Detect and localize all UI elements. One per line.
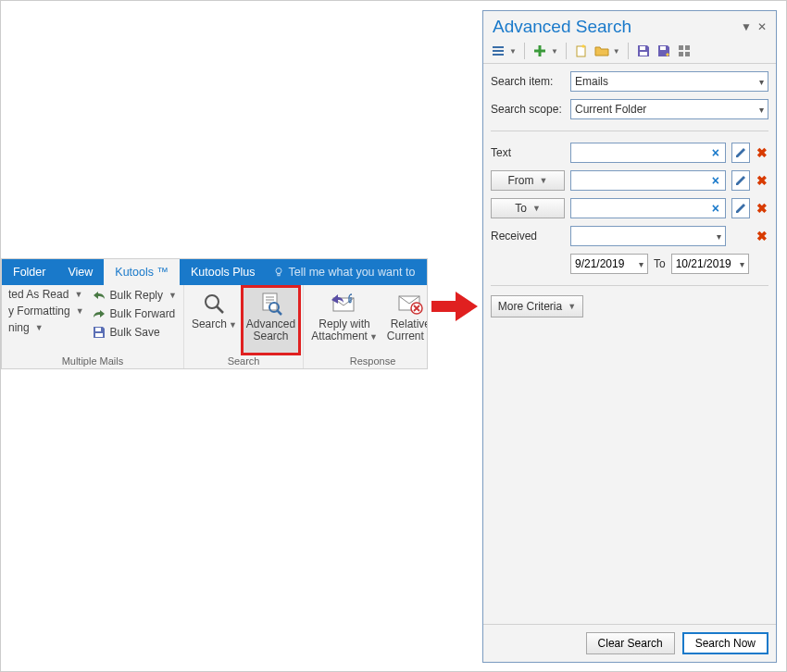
panel-title: Advanced Search: [493, 17, 631, 37]
formatting-button[interactable]: y Formatting▼: [6, 304, 87, 318]
clear-icon[interactable]: ×: [712, 173, 721, 188]
add-menu-button[interactable]: ▼: [531, 43, 560, 59]
text-input[interactable]: ×: [570, 143, 726, 163]
advanced-search-button[interactable]: AdvancedSearch: [243, 287, 299, 354]
panel-footer: Clear Search Search Now: [483, 624, 776, 662]
edit-button[interactable]: [731, 143, 750, 163]
search-item-label: Search item:: [491, 75, 565, 88]
save-new-button[interactable]: [655, 43, 673, 59]
search-label: Search: [192, 317, 227, 330]
edit-button[interactable]: [731, 198, 750, 218]
tell-me-text: Tell me what you want to: [288, 266, 415, 279]
chevron-down-icon: ▼: [509, 47, 517, 56]
svg-rect-22: [640, 52, 647, 56]
list-menu-button[interactable]: ▼: [489, 43, 518, 59]
save-icon: [636, 44, 651, 58]
remove-row-button[interactable]: ✖: [756, 201, 768, 216]
received-combo[interactable]: ▾: [570, 226, 726, 246]
document-search-icon: [258, 291, 284, 317]
reply-with-attachment-button[interactable]: Reply withAttachment▼: [307, 287, 381, 354]
mark-as-read-button[interactable]: ted As Read▼: [6, 287, 87, 302]
new-file-button[interactable]: [572, 43, 591, 59]
group-label-multiple: Multiple Mails: [6, 354, 180, 368]
panel-title-bar: Advanced Search ▼ ✕: [483, 11, 776, 39]
clear-icon[interactable]: ×: [712, 145, 721, 160]
search-scope-label: Search scope:: [491, 103, 565, 116]
svg-rect-25: [685, 45, 690, 50]
to-input[interactable]: ×: [570, 198, 726, 218]
search-item-value: Emails: [575, 75, 608, 88]
chevron-down-icon: ▾: [759, 105, 764, 115]
search-item-combo[interactable]: Emails ▾: [570, 71, 768, 92]
reply-attachment-icon: [330, 291, 359, 317]
panel-options-icon[interactable]: ▼: [741, 20, 752, 33]
outlook-ribbon: Folder View Kutools ™ Kutools Plus Tell …: [1, 258, 428, 369]
svg-point-4: [206, 295, 219, 308]
tab-folder[interactable]: Folder: [2, 259, 56, 285]
date-to-picker[interactable]: 10/21/2019 ▾: [671, 254, 749, 274]
ning-label: ning: [8, 321, 30, 334]
from-input[interactable]: ×: [570, 170, 726, 191]
ribbon-tabs: Folder View Kutools ™ Kutools Plus Tell …: [2, 259, 427, 285]
list-icon: [491, 44, 506, 58]
separator: [566, 43, 567, 59]
clear-search-button[interactable]: Clear Search: [586, 632, 675, 654]
text-row: Text × ✖: [491, 143, 768, 163]
search-scope-combo[interactable]: Current Folder ▾: [570, 99, 768, 119]
to-label: To: [515, 202, 527, 215]
bulk-save-button[interactable]: Bulk Save: [89, 324, 180, 341]
chevron-down-icon: ▼: [532, 204, 541, 213]
pencil-icon: [734, 202, 747, 215]
more-criteria-label: More Criteria: [498, 300, 562, 313]
tab-kutools-plus[interactable]: Kutools Plus: [180, 259, 266, 285]
relative-current-button[interactable]: RelativeCurrent▼: [383, 287, 427, 354]
save-new-icon: [656, 44, 671, 58]
bulk-forward-label: Bulk Forward: [110, 307, 176, 320]
search-scope-row: Search scope: Current Folder ▾: [491, 99, 768, 119]
date-to-label: To: [654, 257, 666, 270]
date-from-picker[interactable]: 9/21/2019 ▾: [570, 254, 648, 274]
bulk-forward-button[interactable]: Bulk Forward: [89, 305, 180, 322]
tab-view[interactable]: View: [56, 259, 104, 285]
date-range-row: 9/21/2019 ▾ To 10/21/2019 ▾: [570, 254, 768, 274]
date-from-value: 9/21/2019: [575, 257, 624, 270]
chevron-down-icon: ▼: [229, 320, 237, 330]
open-folder-button[interactable]: ▼: [593, 43, 622, 59]
formatting-label: y Formatting: [8, 305, 70, 317]
pencil-icon: [734, 174, 747, 187]
to-row: To ▼ × ✖: [491, 198, 768, 218]
ning-button[interactable]: ning▼: [6, 320, 87, 335]
search-form: Search item: Emails ▾ Search scope: Curr…: [483, 64, 776, 290]
to-field-button[interactable]: To ▼: [491, 198, 565, 218]
tab-kutools[interactable]: Kutools ™: [104, 259, 180, 285]
svg-rect-21: [640, 46, 645, 50]
advanced-search-label-1: Advanced: [246, 317, 295, 330]
tell-me-search[interactable]: Tell me what you want to: [266, 266, 427, 279]
advanced-search-panel: Advanced Search ▼ ✕ ▼ ▼ ▼: [482, 10, 777, 663]
bulk-reply-label: Bulk Reply: [110, 289, 163, 302]
grid-view-button[interactable]: [675, 43, 693, 59]
search-button[interactable]: Search▼: [188, 287, 241, 354]
search-now-button[interactable]: Search Now: [682, 632, 768, 654]
text-label: Text: [491, 146, 565, 159]
lightbulb-icon: [273, 267, 284, 278]
chevron-down-icon: ▼: [426, 332, 427, 342]
panel-close-icon[interactable]: ✕: [757, 20, 767, 33]
remove-row-button[interactable]: ✖: [756, 229, 768, 243]
from-field-button[interactable]: From ▼: [491, 170, 565, 191]
remove-row-button[interactable]: ✖: [756, 173, 768, 188]
chevron-down-icon: ▼: [613, 47, 620, 56]
chevron-down-icon: ▾: [717, 231, 721, 242]
svg-rect-3: [95, 333, 103, 337]
reply-line1: Reply with: [319, 317, 369, 330]
more-criteria-button[interactable]: More Criteria ▼: [491, 295, 583, 317]
bulk-reply-button[interactable]: Bulk Reply▼: [89, 287, 180, 304]
clear-icon[interactable]: ×: [712, 201, 721, 216]
ribbon-body: ted As Read▼ y Formatting▼ ning▼ Bulk Re…: [2, 285, 427, 368]
save-button[interactable]: [634, 43, 653, 59]
svg-rect-1: [278, 274, 280, 276]
group-multiple-mails: ted As Read▼ y Formatting▼ ning▼ Bulk Re…: [2, 285, 184, 368]
remove-row-button[interactable]: ✖: [756, 145, 768, 160]
svg-rect-2: [95, 328, 101, 331]
edit-button[interactable]: [731, 170, 750, 191]
